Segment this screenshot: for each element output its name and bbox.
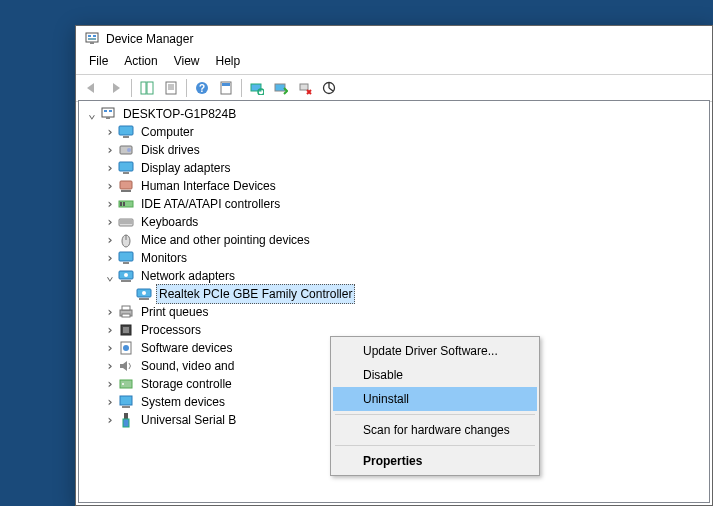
svg-rect-20 [102,108,114,117]
expand-icon[interactable] [103,393,117,411]
window-title: Device Manager [106,32,193,46]
tree-leaf-selected[interactable]: Realtek PCIe GBE Family Controller [85,285,709,303]
svg-rect-50 [122,314,130,317]
tree-node[interactable]: Computer [85,123,709,141]
tree-label: Software devices [138,339,235,357]
svg-rect-23 [106,117,110,119]
system-icon [118,394,134,410]
tree-root[interactable]: DESKTOP-G1P824B [85,105,709,123]
svg-rect-33 [120,202,122,206]
context-menu-item[interactable]: Properties [333,449,537,473]
svg-rect-46 [139,298,149,300]
tree-node[interactable]: Network adapters [85,267,709,285]
tree-node[interactable]: Monitors [85,249,709,267]
context-menu-separator [335,414,535,415]
expand-icon[interactable] [103,141,117,159]
svg-rect-22 [109,110,112,112]
tree-label: Sound, video and [138,357,237,375]
menu-file[interactable]: File [82,52,115,70]
tree-label: IDE ATA/ATAPI controllers [138,195,283,213]
menu-action[interactable]: Action [117,52,164,70]
tree-label: Realtek PCIe GBE Family Controller [156,284,355,304]
svg-rect-18 [300,84,308,90]
help-button[interactable]: ? [191,77,213,99]
svg-point-54 [123,345,129,351]
svg-rect-28 [119,162,133,171]
expand-icon[interactable] [103,195,117,213]
back-button[interactable] [81,77,103,99]
svg-rect-14 [222,83,230,86]
disk-icon [118,142,134,158]
context-menu-item[interactable]: Uninstall [333,387,537,411]
menu-view[interactable]: View [167,52,207,70]
expand-icon[interactable] [103,357,117,375]
scan-hardware-button[interactable] [246,77,268,99]
tree-label: DESKTOP-G1P824B [120,105,239,123]
monitor-icon [118,250,134,266]
uninstall-button[interactable] [294,77,316,99]
tree-node[interactable]: Mice and other pointing devices [85,231,709,249]
tree-label: Print queues [138,303,211,321]
context-menu-separator [335,445,535,446]
properties-button[interactable] [160,77,182,99]
context-menu-item[interactable]: Scan for hardware changes [333,418,537,442]
context-menu-item[interactable]: Disable [333,363,537,387]
tree-node[interactable]: Print queues [85,303,709,321]
svg-rect-57 [120,396,132,405]
app-icon [84,31,100,47]
expand-icon[interactable] [103,159,117,177]
tree-node[interactable]: Human Interface Devices [85,177,709,195]
svg-text:?: ? [199,83,205,94]
svg-rect-29 [123,172,129,174]
expand-icon[interactable] [103,375,117,393]
svg-rect-43 [121,280,131,282]
computer-icon [100,106,116,122]
tree-label: Mice and other pointing devices [138,231,313,249]
expand-icon[interactable] [103,177,117,195]
svg-point-47 [142,291,146,295]
tree-label: Disk drives [138,141,203,159]
menubar: File Action View Help [76,50,712,74]
tree-label: Network adapters [138,267,238,285]
svg-rect-41 [123,262,129,264]
expand-icon[interactable] [103,321,117,339]
expand-icon[interactable] [103,213,117,231]
expand-icon[interactable] [103,249,117,267]
storage-icon [118,376,134,392]
svg-rect-49 [122,306,130,310]
expand-icon[interactable] [103,231,117,249]
context-menu-item[interactable]: Update Driver Software... [333,339,537,363]
forward-button[interactable] [105,77,127,99]
net-icon [136,286,152,302]
expand-icon[interactable] [103,411,117,429]
svg-rect-34 [123,202,125,206]
tree-node[interactable]: Disk drives [85,141,709,159]
disable-button[interactable] [318,77,340,99]
tree-node[interactable]: IDE ATA/ATAPI controllers [85,195,709,213]
expand-icon[interactable] [85,105,99,123]
expand-icon[interactable] [103,123,117,141]
svg-rect-31 [121,190,131,192]
update-driver-button[interactable] [270,77,292,99]
svg-rect-24 [119,126,133,135]
monitor-icon [118,160,134,176]
expand-icon[interactable] [103,267,117,285]
titlebar: Device Manager [76,26,712,50]
tree-label: Computer [138,123,197,141]
action-button[interactable] [215,77,237,99]
tree-label: Keyboards [138,213,201,231]
software-icon [118,340,134,356]
tree-label: Monitors [138,249,190,267]
hid-icon [118,178,134,194]
menu-help[interactable]: Help [209,52,248,70]
cpu-icon [118,322,134,338]
show-hide-tree-button[interactable] [136,77,158,99]
mouse-icon [118,232,134,248]
tree-label: Human Interface Devices [138,177,279,195]
svg-rect-4 [90,42,94,44]
tree-node[interactable]: Keyboards [85,213,709,231]
monitor-icon [118,124,134,140]
expand-icon[interactable] [103,339,117,357]
tree-node[interactable]: Display adapters [85,159,709,177]
expand-icon[interactable] [103,303,117,321]
